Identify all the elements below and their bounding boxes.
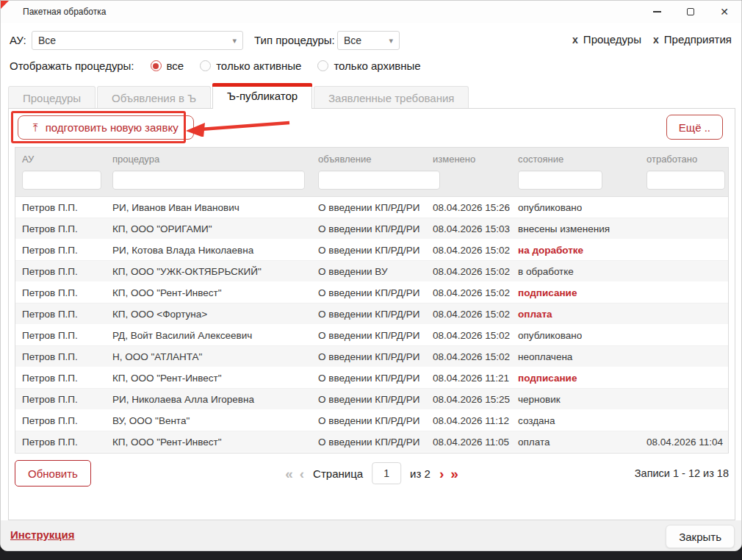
column-header-processed: отработано	[640, 148, 728, 166]
cell-announcement: О введении КП/РД/РИ	[311, 245, 426, 256]
next-page-icon[interactable]: ›	[439, 467, 444, 481]
close-enterprises-panel-link[interactable]: x Предприятия	[653, 33, 732, 46]
filter-input-au[interactable]	[22, 170, 101, 190]
tab-label: Объявления в Ъ	[112, 92, 196, 104]
tab-label: Заявленные требования	[328, 92, 454, 104]
cell-procedure: КП, ООО <Фортуна>	[106, 309, 311, 320]
radio-only-active[interactable]: только активные	[200, 60, 301, 72]
cell-modified: 08.04.2026 11:21	[426, 373, 511, 384]
table-row[interactable]: Петров П.П. Н, ООО "АТЛАНТА" О введении …	[15, 346, 728, 367]
cell-modified: 08.04.2026 15:02	[426, 266, 511, 277]
filter-input-procedure[interactable]	[112, 170, 305, 190]
cell-au: Петров П.П.	[15, 287, 106, 298]
minimize-icon	[653, 11, 661, 12]
tab-bar: Процедуры Объявления в Ъ Ъ-публикатор За…	[8, 86, 470, 109]
cell-announcement: О введении ВУ	[311, 266, 426, 277]
instruction-link[interactable]: Инструкция	[10, 528, 75, 541]
procedure-type-select[interactable]: Все ▾	[337, 31, 400, 50]
au-select[interactable]: Все ▾	[32, 31, 243, 50]
cell-modified: 08.04.2026 15:02	[426, 330, 511, 341]
last-page-icon[interactable]: »	[450, 467, 458, 481]
cell-announcement: О введении КП/РД/РИ	[311, 415, 426, 426]
title-bar: Пакетная обработка ✕	[1, 1, 741, 23]
table-row[interactable]: Петров П.П. КП, ООО "Рент-Инвест" О введ…	[15, 367, 728, 389]
requests-table: АУ процедура объявление изменено состоян…	[15, 147, 729, 453]
more-label: Ещё ..	[679, 121, 710, 134]
cell-au: Петров П.П.	[15, 245, 106, 256]
page-of-label: из 2	[410, 467, 431, 480]
radio-only-archived-label: только архивные	[334, 60, 420, 72]
procedure-type-value: Все	[344, 35, 361, 46]
column-header-status: состояние	[511, 148, 640, 166]
cell-au: Петров П.П.	[15, 415, 106, 426]
cell-modified: 08.04.2026 15:02	[426, 287, 511, 298]
cell-au: Петров П.П.	[15, 373, 106, 384]
cell-modified: 08.04.2026 11:12	[426, 415, 511, 426]
radio-only-active-label: только активные	[216, 60, 301, 72]
tab-procedures[interactable]: Процедуры	[8, 86, 96, 109]
table-row[interactable]: Петров П.П. РИ, Иванов Иван Иванович О в…	[15, 197, 728, 218]
cell-announcement: О введении КП/РД/РИ	[311, 330, 426, 341]
cell-modified: 08.04.2026 15:03	[426, 223, 511, 234]
radio-only-archived[interactable]: только архивные	[317, 60, 420, 72]
cell-au: Петров П.П.	[15, 330, 106, 341]
cell-au: Петров П.П.	[15, 394, 106, 405]
filter-input-processed[interactable]	[646, 170, 725, 190]
tab-announcements[interactable]: Объявления в Ъ	[97, 86, 211, 109]
table-body: Петров П.П. РИ, Иванов Иван Иванович О в…	[15, 197, 728, 453]
radio-all[interactable]: все	[151, 60, 184, 72]
tab-publisher[interactable]: Ъ-публикатор	[212, 83, 312, 109]
close-window-button[interactable]: ✕	[707, 1, 741, 23]
table-row[interactable]: Петров П.П. КП, ООО "ОРИГАМИ" О введении…	[15, 218, 728, 240]
chevron-down-icon: ▾	[232, 36, 237, 46]
table-row[interactable]: Петров П.П. РИ, Николаева Алла Игоревна …	[15, 389, 728, 410]
cell-procedure: КП, ООО "ОРИГАМИ"	[106, 223, 311, 234]
prepare-new-request-button[interactable]: ⤒ подготовить новую заявку	[18, 115, 194, 140]
filter-input-announcement[interactable]	[318, 170, 440, 190]
chevron-down-icon: ▾	[389, 36, 393, 46]
table-row[interactable]: Петров П.П. КП, ООО "Рент-Инвест" О введ…	[15, 431, 728, 453]
minimize-button[interactable]	[640, 1, 674, 23]
pager-row: Обновить « ‹ Страница из 2 › » Записи 1 …	[15, 457, 729, 489]
table-row[interactable]: Петров П.П. РИ, Котова Влада Николаевна …	[15, 240, 728, 261]
display-procedures-filter: Отображать процедуры: все только активны…	[10, 60, 421, 72]
close-dialog-button[interactable]: Закрыть	[666, 525, 735, 548]
table-row[interactable]: Петров П.П. КП, ООО "Рент-Инвест" О введ…	[15, 282, 728, 304]
table-row[interactable]: Петров П.П. РД, Войт Василий Алексеевич …	[15, 325, 728, 346]
filter-row: АУ: Все ▾ Тип процедуры: Все ▾ x Процеду…	[1, 31, 741, 51]
page-number-input[interactable]	[372, 462, 401, 484]
cell-au: Петров П.П.	[15, 351, 106, 362]
more-button[interactable]: Ещё ..	[666, 115, 723, 140]
enterprises-link-label: Предприятия	[664, 33, 732, 46]
annotation-corner-mark	[1, 1, 9, 9]
cell-announcement: О введении КП/РД/РИ	[311, 309, 426, 320]
cell-au: Петров П.П.	[15, 202, 106, 213]
first-page-icon[interactable]: «	[285, 467, 293, 481]
table-header: АУ процедура объявление изменено состоян…	[15, 148, 728, 197]
refresh-button[interactable]: Обновить	[15, 460, 91, 487]
maximize-icon	[687, 8, 694, 15]
cell-procedure: РИ, Николаева Алла Игоревна	[106, 394, 311, 405]
table-row[interactable]: Петров П.П. ВУ, ООО "Вента" О введении К…	[15, 410, 728, 431]
publisher-tab-panel: ⤒ подготовить новую заявку Ещё .. АУ про…	[8, 108, 735, 520]
refresh-label: Обновить	[28, 467, 78, 480]
table-row[interactable]: Петров П.П. КП, ООО "УЖК-ОКТЯБРЬСКИЙ" О …	[15, 261, 728, 282]
table-row[interactable]: Петров П.П. КП, ООО <Фортуна> О введении…	[15, 304, 728, 325]
filter-input-status[interactable]	[518, 170, 602, 190]
dialog-footer: Инструкция Закрыть	[1, 520, 741, 551]
cell-procedure: КП, ООО "Рент-Инвест"	[106, 287, 311, 298]
radio-all-label: все	[167, 60, 184, 72]
tab-declared-claims[interactable]: Заявленные требования	[314, 86, 469, 109]
procedures-link-label: Процедуры	[583, 33, 641, 46]
cell-au: Петров П.П.	[15, 223, 106, 234]
prev-page-icon[interactable]: ‹	[300, 467, 304, 481]
close-procedures-panel-link[interactable]: x Процедуры	[572, 33, 641, 46]
cell-procedure: Н, ООО "АТЛАНТА"	[106, 351, 311, 362]
cell-status: неоплачена	[511, 351, 640, 362]
cell-status: оплата	[511, 437, 640, 448]
maximize-button[interactable]	[674, 1, 707, 23]
column-header-procedure: процедура	[106, 148, 311, 166]
au-select-value: Все	[38, 35, 56, 46]
radio-unselected-icon	[200, 60, 211, 71]
cell-status: опубликовано	[511, 330, 640, 341]
